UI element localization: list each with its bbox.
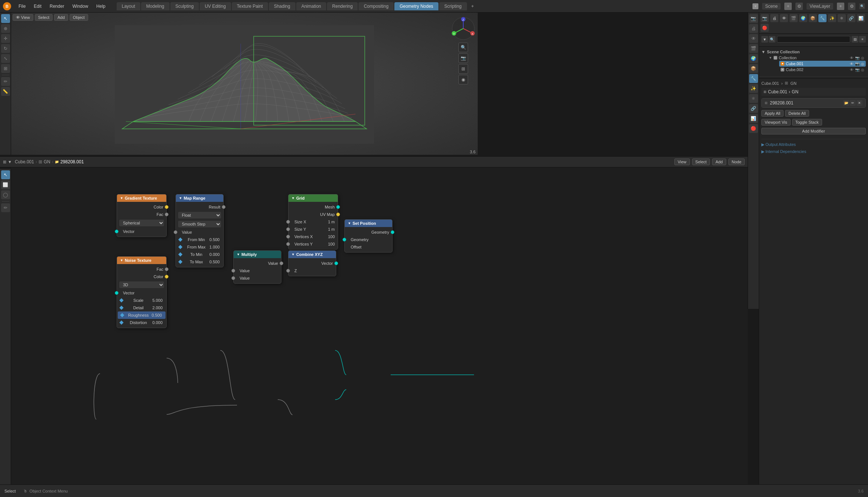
mul-val1-socket[interactable] (231, 269, 235, 273)
rp-filter-icon[interactable]: ▼ (761, 36, 768, 43)
tab-animation[interactable]: Animation (296, 2, 326, 10)
3d-viewport[interactable]: 3.6 👁 View Select Add Object Z X Y 🔍 📷 ⊞… (11, 13, 478, 156)
tab-uv-editing[interactable]: UV Editing (200, 2, 231, 10)
overlay-icon[interactable]: ◉ (458, 75, 468, 84)
sc-cube002[interactable]: ■ Cube.002 👁 📷 ◎ (779, 67, 866, 73)
color-socket[interactable] (165, 205, 168, 209)
prop-material-icon[interactable]: 🔴 (749, 124, 758, 133)
rp-search-icon[interactable]: 🔍 (769, 36, 775, 43)
h-splitter[interactable] (0, 155, 748, 156)
prop-scene-icon[interactable]: 🎬 (749, 44, 758, 53)
prop-view-icon[interactable]: 👁 (749, 34, 758, 43)
nt-vector-socket[interactable] (115, 291, 118, 295)
vertx-socket[interactable] (286, 235, 290, 239)
viewport-object-menu[interactable]: Object (70, 14, 88, 21)
output-attributes-section[interactable]: ▶ Output Attributes (761, 141, 866, 148)
prop-output-icon[interactable]: 🖨 (749, 24, 758, 33)
tab-sculpting[interactable]: Sculpting (170, 2, 199, 10)
rp-material-icon[interactable]: 🔴 (761, 24, 769, 32)
grid-icon[interactable]: ⊞ (458, 64, 468, 74)
menu-help[interactable]: Help (93, 3, 109, 10)
transform-tool[interactable]: ⊞ (1, 64, 10, 73)
prop-constraint-icon[interactable]: 🔗 (749, 104, 758, 113)
sp-geo-in-socket[interactable] (343, 238, 346, 241)
toggle-stack-btn[interactable]: Toggle Stack (792, 119, 822, 126)
menu-render[interactable]: Render (46, 3, 68, 10)
ne-select-btn[interactable]: Select (692, 159, 710, 165)
ne-annotate-tool[interactable]: ✏ (1, 203, 10, 212)
node-set-position[interactable]: ▼ Set Position Geometry Geometry Offset (344, 219, 393, 253)
uvmap-out-socket[interactable] (336, 213, 340, 216)
node-map-range[interactable]: ▼ Map Range Result Float Smo (176, 194, 224, 267)
result-socket[interactable] (222, 205, 226, 209)
mul-val2-socket[interactable] (231, 276, 235, 280)
rotate-tool[interactable]: ↻ (1, 44, 10, 53)
move-tool[interactable]: ✛ (1, 34, 10, 43)
ne-type-btn[interactable]: ⊞ ▼ (3, 160, 12, 164)
tab-rendering[interactable]: Rendering (327, 2, 358, 10)
mul-value-out-socket[interactable] (280, 261, 283, 265)
rp-toggle2[interactable]: ≡ (859, 36, 866, 43)
ne-select-tool[interactable]: ↖ (1, 170, 10, 179)
prop-object-icon[interactable]: 📦 (749, 64, 758, 73)
annotate-tool[interactable]: ✏ (1, 77, 10, 86)
measure-tool[interactable]: 📏 (1, 87, 10, 96)
scale-tool[interactable]: ⤡ (1, 54, 10, 63)
sizey-socket[interactable] (286, 227, 290, 231)
layer-add-btn[interactable]: + (837, 3, 844, 10)
rp-render-icon[interactable]: 📷 (761, 14, 769, 22)
rp-object-icon[interactable]: 📦 (809, 14, 817, 22)
nt-roughness-row[interactable]: Roughness 0.500 (118, 311, 166, 319)
scene-add-btn[interactable]: + (784, 3, 792, 10)
add-modifier-btn[interactable]: Add Modifier (761, 128, 866, 134)
ne-lasso-tool[interactable]: ◯ (1, 190, 10, 199)
menu-file[interactable]: File (15, 3, 29, 10)
tab-scripting[interactable]: Scripting (439, 2, 467, 10)
viewport-vis-btn[interactable]: Viewport Vis (761, 119, 791, 126)
viewport-gizmo[interactable]: Z X Y (450, 16, 476, 41)
ne-node-btn[interactable]: Node (728, 159, 745, 165)
gradient-type-dropdown[interactable]: Spherical (119, 220, 164, 226)
rp-view-icon[interactable]: 👁 (780, 14, 788, 22)
tab-shading[interactable]: Shading (269, 2, 296, 10)
ne-breadcrumb-modifier[interactable]: GN (44, 159, 50, 164)
ne-breadcrumb-group[interactable]: 298208.001 (60, 159, 84, 164)
fac-socket[interactable] (165, 213, 168, 216)
nt-fac-socket[interactable] (165, 267, 168, 271)
prop-render-icon[interactable]: 📷 (749, 14, 758, 23)
cursor-tool[interactable]: ⊕ (1, 24, 10, 33)
ne-box-select-tool[interactable]: ⬜ (1, 180, 10, 189)
mr-value-socket[interactable] (174, 230, 177, 234)
tab-geometry-nodes[interactable]: Geometry Nodes (394, 2, 438, 10)
prop-physics-icon[interactable]: ⚛ (749, 94, 758, 103)
collection-eye-icon[interactable]: 👁 (850, 56, 854, 60)
viewport-editor-type[interactable]: 👁 View (13, 14, 33, 21)
node-gradient-texture[interactable]: ▼ Gradient Texture Color Fac Spherical (117, 194, 167, 237)
search-icon[interactable]: 🔍 (859, 3, 865, 9)
sizex-socket[interactable] (286, 220, 290, 224)
ne-add-btn[interactable]: Add (712, 159, 726, 165)
vector-in-socket[interactable] (115, 230, 118, 233)
ne-view-btn[interactable]: View (674, 159, 690, 165)
prop-data-icon[interactable]: 📊 (749, 114, 758, 123)
view-layer-selector[interactable]: ViewLayer (807, 3, 833, 10)
rp-modifiers-icon[interactable]: 🔧 (818, 14, 827, 22)
internal-dependencies-section[interactable]: ▶ Internal Dependencies (761, 148, 866, 155)
menu-window[interactable]: Window (69, 3, 92, 10)
rp-data-icon[interactable]: 📊 (857, 14, 865, 22)
sp-geo-out-socket[interactable] (391, 230, 394, 234)
tab-layout[interactable]: Layout (117, 2, 140, 10)
ne-breadcrumb-object[interactable]: Cube.001 (15, 159, 34, 164)
rp-search-field[interactable] (777, 36, 850, 43)
cube001-render-icon[interactable]: ◎ (861, 62, 864, 66)
mesh-out-socket[interactable] (336, 205, 340, 209)
collection-cam-icon[interactable]: 📷 (855, 56, 859, 60)
cxyz-z-socket[interactable] (286, 269, 290, 273)
mod-edit-icon[interactable]: ✏ (850, 100, 856, 106)
node-grid[interactable]: ▼ Grid Mesh UV Map Size X 1 m (288, 194, 338, 250)
cube001-eye-icon[interactable]: 👁 (850, 62, 854, 66)
apply-all-btn[interactable]: Apply All (761, 110, 784, 117)
prop-modifier-icon[interactable]: 🔧 (749, 74, 758, 83)
menu-edit[interactable]: Edit (30, 3, 45, 10)
cube002-eye-icon[interactable]: 👁 (850, 68, 854, 72)
